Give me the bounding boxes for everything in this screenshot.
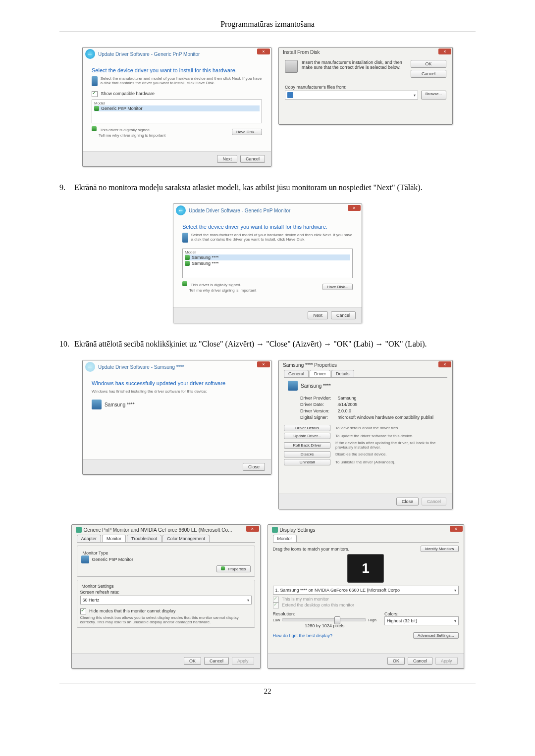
step-number: 9. bbox=[59, 182, 74, 194]
ok-button[interactable]: OK bbox=[387, 657, 405, 665]
dropdown-arrow-icon: ▾ bbox=[247, 598, 249, 603]
tab-monitor[interactable]: Monitor bbox=[102, 535, 126, 542]
model-listbox[interactable]: Model Generic PnP Monitor bbox=[92, 100, 262, 123]
dialog-title: Samsung **** Properties bbox=[279, 360, 452, 370]
tell-why-link[interactable]: Tell me why driver signing is important bbox=[99, 133, 165, 138]
update-driver-wizard-a: × ← Update Driver Software - Generic PnP… bbox=[82, 47, 271, 167]
close-icon[interactable]: × bbox=[246, 526, 259, 532]
resolution-slider[interactable] bbox=[282, 618, 366, 621]
monitor-type-value: Generic PnP Monitor bbox=[92, 557, 133, 562]
main-monitor-label: This is my main monitor bbox=[282, 597, 329, 602]
tell-why-link[interactable]: Tell me why driver signing is important bbox=[189, 288, 256, 293]
shield-icon bbox=[94, 106, 99, 111]
cancel-button[interactable]: Cancel bbox=[204, 657, 229, 665]
provider-value: Samsung bbox=[333, 395, 434, 401]
identify-monitors-button[interactable]: Identify Monitors bbox=[421, 546, 459, 552]
close-icon[interactable]: × bbox=[438, 361, 451, 367]
refresh-rate-dropdown[interactable]: 60 Hertz ▾ bbox=[80, 596, 252, 605]
cancel-button[interactable]: Cancel bbox=[408, 657, 432, 665]
show-compatible-checkbox[interactable] bbox=[92, 91, 98, 97]
model-listbox[interactable]: Model Samsung **** Samsung **** bbox=[182, 249, 353, 278]
step-9: 9. Ekrānā no monitora modeļu saraksta at… bbox=[59, 182, 476, 194]
wizard-breadcrumb: Update Driver Software - Generic PnP Mon… bbox=[98, 51, 200, 57]
cancel-button[interactable]: Cancel bbox=[331, 311, 356, 319]
uninstall-button[interactable]: Uninstall bbox=[284, 459, 330, 465]
device-icon bbox=[288, 381, 298, 391]
close-button[interactable]: Close bbox=[396, 498, 419, 505]
device-icon bbox=[92, 400, 102, 409]
wizard-breadcrumb: Update Driver Software - Generic PnP Mon… bbox=[189, 208, 290, 213]
device-icon bbox=[92, 76, 98, 86]
next-button[interactable]: Next bbox=[217, 155, 237, 163]
provider-label: Driver Provider: bbox=[300, 395, 332, 401]
rollback-driver-button[interactable]: Roll Back Driver bbox=[284, 442, 330, 449]
wizard-heading: Select the device driver you want to ins… bbox=[92, 67, 262, 73]
model-row-2[interactable]: Samsung **** bbox=[185, 260, 350, 266]
model-column-header: Model bbox=[185, 250, 350, 254]
back-icon[interactable]: ← bbox=[85, 49, 95, 59]
back-icon: ← bbox=[85, 362, 95, 372]
browse-button[interactable]: Browse... bbox=[421, 91, 446, 100]
floppy-icon bbox=[285, 60, 298, 73]
tab-driver[interactable]: Driver bbox=[310, 370, 330, 377]
slider-thumb[interactable] bbox=[334, 616, 340, 624]
have-disk-button[interactable]: Have Disk... bbox=[232, 129, 262, 135]
next-button[interactable]: Next bbox=[308, 311, 328, 319]
update-driver-desc: To update the driver software for this d… bbox=[335, 434, 447, 438]
close-icon[interactable]: × bbox=[438, 49, 451, 54]
page-number: 22 bbox=[59, 684, 476, 696]
tab-monitor[interactable]: Monitor bbox=[273, 535, 297, 542]
copy-from-dropdown[interactable]: ▾ bbox=[285, 91, 418, 100]
wizard-breadcrumb: Update Driver Software - Samsung **** bbox=[98, 364, 184, 370]
hide-modes-label: Hide modes that this monitor cannot disp… bbox=[89, 608, 176, 613]
uninstall-desc: To uninstall the driver (Advanced). bbox=[335, 460, 447, 464]
refresh-rate-label: Screen refresh rate: bbox=[80, 590, 252, 595]
signer-value: microsoft windows hardware compatibility… bbox=[333, 414, 434, 420]
tab-troubleshoot[interactable]: Troubleshoot bbox=[127, 535, 161, 542]
dialog-title: Display Settings bbox=[280, 527, 316, 533]
hide-modes-checkbox[interactable] bbox=[80, 608, 86, 614]
monitor-properties-dialog: × Generic PnP Monitor and NVIDIA GeForce… bbox=[71, 524, 261, 669]
properties-button[interactable]: Properties bbox=[216, 565, 251, 572]
display-settings-dialog: × Display Settings Monitor Drag the icon… bbox=[268, 524, 464, 669]
model-row-1[interactable]: Samsung **** bbox=[185, 254, 350, 260]
tab-adapter[interactable]: Adapter bbox=[77, 535, 102, 542]
ok-button[interactable]: OK bbox=[411, 60, 446, 68]
rollback-driver-desc: If the device fails after updating the d… bbox=[335, 441, 447, 450]
slider-low-label: Low bbox=[273, 618, 280, 622]
apply-button: Apply bbox=[232, 657, 254, 665]
monitor-select-dropdown[interactable]: 1. Samsung **** on NVIDIA GeForce 6600 L… bbox=[273, 586, 459, 595]
close-button[interactable]: Close bbox=[243, 463, 265, 471]
close-icon[interactable]: × bbox=[450, 526, 463, 532]
tab-row: Monitor bbox=[273, 535, 459, 543]
tab-color-management[interactable]: Color Management bbox=[162, 535, 210, 542]
best-display-link[interactable]: How do I get the best display? bbox=[273, 633, 333, 638]
monitor-type-group: Monitor Type bbox=[81, 551, 110, 555]
ok-button[interactable]: OK bbox=[184, 657, 201, 665]
monitor-preview[interactable]: 1 bbox=[347, 554, 384, 583]
header-divider bbox=[59, 32, 476, 32]
cancel-button[interactable]: Cancel bbox=[240, 155, 265, 163]
wizard-heading: Select the device driver you want to ins… bbox=[182, 224, 353, 230]
tab-general[interactable]: General bbox=[284, 370, 309, 377]
have-disk-button[interactable]: Have Disk... bbox=[322, 284, 353, 290]
resolution-value: 1280 by 1024 pixels bbox=[273, 623, 376, 628]
cancel-button[interactable]: Cancel bbox=[411, 70, 446, 78]
tab-details[interactable]: Details bbox=[331, 370, 354, 377]
step-number: 10. bbox=[59, 338, 74, 350]
colors-dropdown[interactable]: Highest (32 bit) ▾ bbox=[384, 616, 459, 625]
disable-button[interactable]: Disable bbox=[284, 451, 330, 457]
update-driver-wizard-b: × ← Update Driver Software - Generic PnP… bbox=[173, 203, 362, 323]
dialog-title: Generic PnP Monitor and NVIDIA GeForce 6… bbox=[84, 527, 232, 533]
copy-from-label: Copy manufacturer's files from: bbox=[285, 85, 446, 90]
dropdown-arrow-icon: ▾ bbox=[414, 93, 416, 98]
update-driver-button[interactable]: Update Driver... bbox=[284, 433, 330, 439]
model-row[interactable]: Generic PnP Monitor bbox=[94, 105, 260, 111]
version-value: 2.0.0.0 bbox=[333, 408, 434, 414]
version-label: Driver Version: bbox=[300, 408, 332, 414]
wizard-subtext: Select the manufacturer and model of you… bbox=[191, 233, 353, 243]
driver-details-button[interactable]: Driver Details bbox=[284, 425, 330, 431]
back-icon[interactable]: ← bbox=[176, 205, 186, 215]
advanced-settings-button[interactable]: Advanced Settings... bbox=[413, 632, 458, 639]
dialog-title: Install From Disk bbox=[279, 48, 452, 56]
